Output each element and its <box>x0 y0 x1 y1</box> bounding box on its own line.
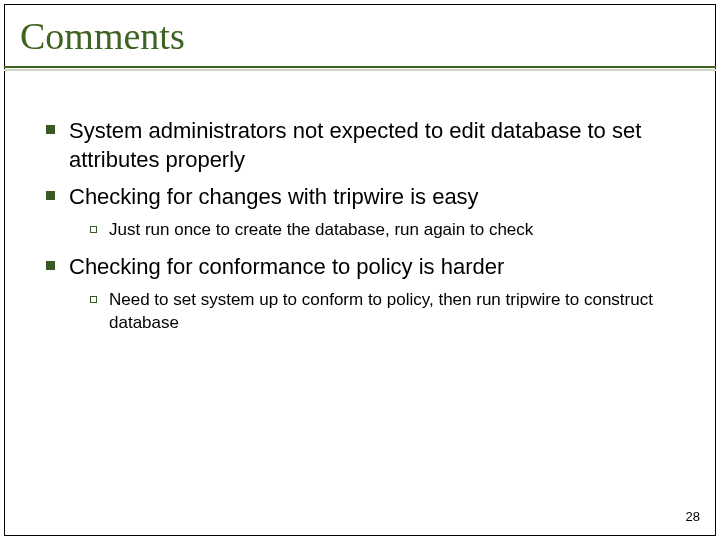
list-item: Checking for changes with tripwire is ea… <box>46 182 684 211</box>
square-bullet-icon <box>46 261 55 270</box>
list-item: Checking for conformance to policy is ha… <box>46 252 684 281</box>
title-underline-shadow <box>4 69 716 71</box>
bullet-list: System administrators not expected to ed… <box>46 116 684 211</box>
bullet-list: Checking for conformance to policy is ha… <box>46 252 684 281</box>
square-bullet-icon <box>46 125 55 134</box>
hollow-square-bullet-icon <box>90 226 97 233</box>
sub-bullet-list: Need to set system up to conform to poli… <box>90 289 684 335</box>
sub-list-item: Need to set system up to conform to poli… <box>90 289 684 335</box>
sub-list-item-text: Just run once to create the database, ru… <box>109 219 533 242</box>
content-area: System administrators not expected to ed… <box>18 76 702 335</box>
sub-bullet-list: Just run once to create the database, ru… <box>90 219 684 242</box>
title-underline <box>4 66 716 68</box>
list-item-text: System administrators not expected to ed… <box>69 116 684 174</box>
square-bullet-icon <box>46 191 55 200</box>
list-item-text: Checking for conformance to policy is ha… <box>69 252 504 281</box>
list-item-text: Checking for changes with tripwire is ea… <box>69 182 479 211</box>
list-item: System administrators not expected to ed… <box>46 116 684 174</box>
sub-list-item: Just run once to create the database, ru… <box>90 219 684 242</box>
page-number: 28 <box>686 509 700 524</box>
page-title: Comments <box>18 14 702 66</box>
sub-list-item-text: Need to set system up to conform to poli… <box>109 289 684 335</box>
hollow-square-bullet-icon <box>90 296 97 303</box>
title-block: Comments <box>18 14 702 66</box>
